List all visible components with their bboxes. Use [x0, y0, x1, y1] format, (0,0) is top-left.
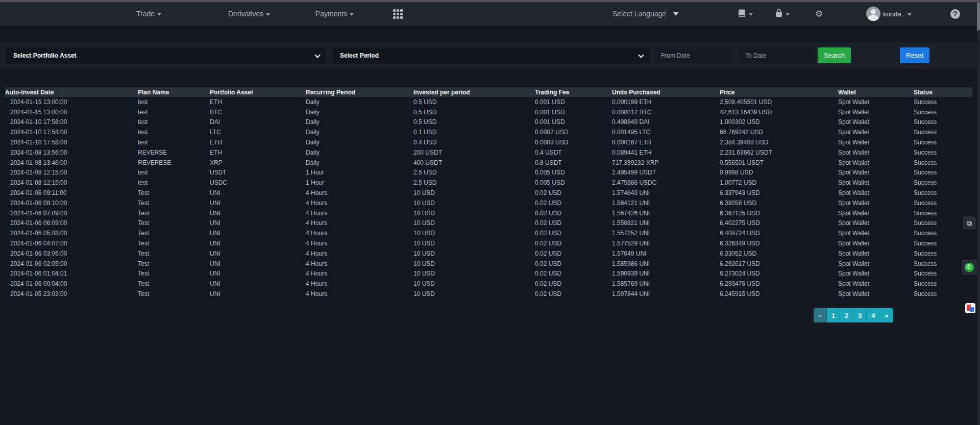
cell-auto-invest-date: 2024-01-15 13:00:00 — [5, 109, 138, 116]
cell-portfolio-asset: UNI — [210, 199, 306, 207]
cell-trading-fee: 0.02 USD — [535, 250, 612, 257]
cell-auto-invest-date: 2024-01-05 23:03:00 — [5, 290, 138, 297]
cell-units-purchased: 0.001495 LTC — [612, 129, 720, 136]
cell-auto-invest-date: 2024-01-06 00:04:00 — [5, 280, 138, 287]
from-date-input[interactable] — [655, 47, 732, 64]
cell-trading-fee: 0.005 USD — [535, 169, 612, 176]
nav-menu-trade[interactable]: Trade — [136, 2, 161, 26]
cell-wallet: Spot Wallet — [838, 230, 914, 237]
cell-price: 6.408724 USD — [720, 230, 838, 237]
cell-invested-per-period: 0.5 USD — [413, 118, 535, 126]
cell-trading-fee: 0.02 USD — [535, 199, 612, 207]
settings-button[interactable]: ⚙ — [815, 2, 823, 26]
table-row: 2024-01-05 23:03:00 Test UNI 4 Hours 10 … — [5, 289, 972, 299]
gear-icon: ⚙ — [815, 9, 823, 19]
cell-invested-per-period: 10 USD — [413, 280, 535, 287]
cell-invested-per-period: 10 USD — [413, 250, 535, 257]
cell-portfolio-asset: UNI — [210, 250, 306, 257]
chevron-down-icon — [638, 52, 644, 58]
user-account-menu[interactable]: kunda.. — [866, 2, 912, 26]
nav-menu-payments[interactable]: Payments — [315, 2, 354, 26]
language-selector[interactable]: Select Language — [612, 2, 666, 26]
share-widget-button[interactable]: ⧉ — [963, 216, 976, 230]
cell-status: Success — [914, 129, 972, 136]
chevron-down-icon — [908, 13, 912, 16]
cell-status: Success — [914, 109, 972, 116]
cell-auto-invest-date: 2024-01-08 13:56:00 — [5, 149, 138, 156]
table-row: 2024-01-06 05:08:00 Test UNI 4 Hours 10 … — [5, 228, 972, 238]
language-dropdown-button[interactable] — [673, 2, 679, 26]
chevron-down-icon — [786, 13, 790, 16]
cell-invested-per-period: 10 USD — [413, 260, 535, 267]
column-header: Plan Name — [138, 89, 210, 96]
whatsapp-widget-button[interactable] — [962, 260, 977, 275]
cell-units-purchased: 1.590939 UNI — [612, 270, 720, 277]
cell-plan-name: Test — [138, 199, 210, 207]
pagination-prev[interactable]: « — [814, 308, 827, 322]
cell-portfolio-asset: DAI — [210, 118, 306, 126]
cell-invested-per-period: 10 USD — [413, 240, 535, 247]
cell-auto-invest-date: 2024-01-06 02:05:00 — [5, 260, 138, 267]
page-button[interactable]: 3 — [853, 308, 867, 322]
cell-trading-fee: 0.001 USD — [535, 118, 612, 126]
cell-wallet: Spot Wallet — [838, 280, 914, 287]
cell-plan-name: Test — [138, 230, 210, 237]
chat-widget-button[interactable] — [964, 302, 976, 314]
cell-wallet: Spot Wallet — [838, 250, 914, 257]
to-date-input[interactable] — [739, 47, 816, 64]
cell-trading-fee: 0.02 USD — [535, 280, 612, 287]
search-button[interactable]: Search — [818, 47, 851, 63]
cell-price: 0.9998 USD — [720, 169, 838, 176]
page-button[interactable]: 1 — [827, 308, 840, 322]
cell-price: 6.326349 USD — [720, 240, 838, 247]
cell-portfolio-asset: UNI — [210, 230, 306, 237]
cell-price: 6.38058 USD — [720, 199, 838, 207]
chevron-down-icon — [749, 13, 753, 16]
table-row: 2024-01-10 17:58:00 test DAI Daily 0.5 U… — [5, 117, 972, 128]
cell-trading-fee: 0.02 USD — [535, 290, 612, 297]
portfolio-asset-select[interactable]: Select Portfolio Asset — [6, 47, 326, 64]
scrollbar-thumb[interactable] — [977, 2, 980, 31]
cell-status: Success — [914, 179, 972, 186]
cell-recurring-period: 1 Hour — [306, 179, 413, 186]
page-button[interactable]: 2 — [840, 308, 853, 322]
cell-price: 42,613.16439 USD — [720, 109, 838, 116]
apps-grid-button[interactable] — [393, 2, 403, 26]
scrollbar-track[interactable] — [977, 2, 980, 425]
page-button[interactable]: 4 — [867, 308, 880, 322]
auto-invest-history-table: Auto-Invest Date Plan Name Portfolio Ass… — [5, 87, 972, 299]
reset-button[interactable]: Reset — [900, 47, 929, 63]
table-row: 2024-01-06 00:04:00 Test UNI 4 Hours 10 … — [5, 279, 972, 289]
cell-recurring-period: 4 Hours — [306, 189, 413, 196]
table-row: 2024-01-10 17:58:00 test LTC Daily 0.1 U… — [5, 127, 972, 137]
pagination-next[interactable]: » — [880, 308, 893, 322]
cell-trading-fee: 0.8 USDT — [535, 159, 612, 166]
cell-price: 6.245915 USD — [720, 290, 838, 297]
nav-menu-derivatives[interactable]: Derivatives — [228, 2, 270, 26]
cell-plan-name: test — [138, 109, 210, 116]
cell-status: Success — [914, 189, 972, 196]
security-menu-button[interactable] — [775, 2, 790, 26]
cell-price: 1.00772 USD — [720, 179, 838, 186]
cell-portfolio-asset: XRP — [210, 159, 306, 166]
chevron-down-icon — [157, 13, 161, 16]
table-row: 2024-01-06 08:10:00 Test UNI 4 Hours 10 … — [5, 198, 972, 208]
chevron-down-icon — [350, 13, 354, 16]
cell-invested-per-period: 0.5 USD — [413, 98, 535, 106]
cell-portfolio-asset: USDC — [210, 179, 306, 186]
column-header: Auto-Invest Date — [5, 89, 138, 96]
table-row: 2024-01-06 07:09:00 Test UNI 4 Hours 10 … — [5, 208, 972, 218]
cell-trading-fee: 0.02 USD — [535, 270, 612, 277]
cell-trading-fee: 0.0002 USD — [535, 129, 612, 136]
cell-auto-invest-date: 2024-01-15 13:00:00 — [5, 98, 138, 106]
table-row: 2024-01-06 02:05:00 Test UNI 4 Hours 10 … — [5, 259, 972, 269]
cell-auto-invest-date: 2024-01-06 07:09:00 — [5, 210, 138, 217]
period-select[interactable]: Select Period — [333, 47, 650, 64]
cell-price: 6.293476 USD — [720, 280, 838, 287]
cell-auto-invest-date: 2024-01-08 12:15:00 — [5, 169, 138, 176]
help-button[interactable]: ? — [950, 2, 960, 26]
help-icon: ? — [950, 9, 960, 19]
orders-menu-button[interactable] — [738, 2, 753, 26]
cell-units-purchased: 1.577529 UNI — [612, 240, 720, 247]
cell-wallet: Spot Wallet — [838, 118, 914, 126]
